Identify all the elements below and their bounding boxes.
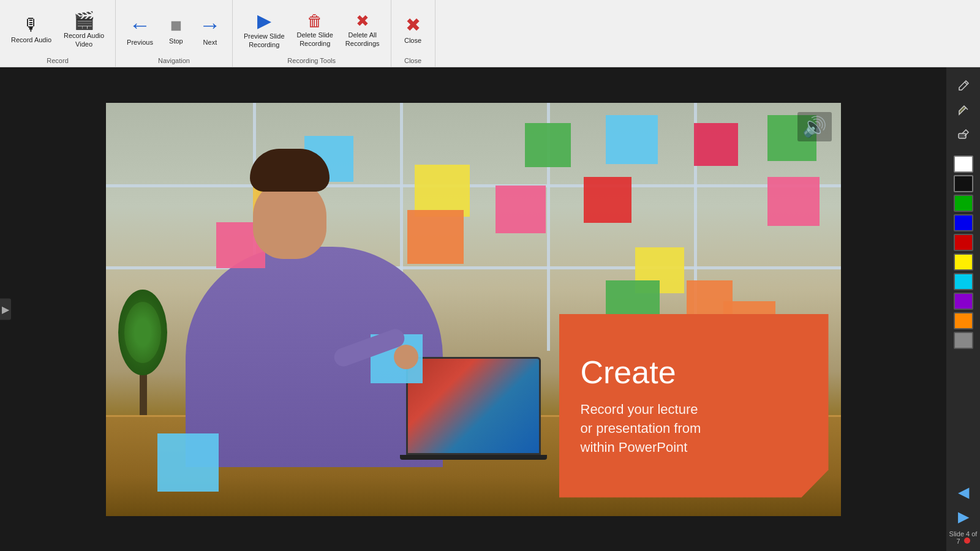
color-green-swatch[interactable] xyxy=(954,195,973,212)
sticky-note xyxy=(407,210,464,264)
toolbar-record-group: 🎙 Record Audio 🎬 Record AudioVideo Recor… xyxy=(0,0,116,67)
color-black-swatch[interactable] xyxy=(954,175,973,192)
slide-title: Create xyxy=(581,354,807,391)
slide-text-box: Create Record your lectureor presentatio… xyxy=(559,314,829,498)
next-label: Next xyxy=(203,39,217,47)
previous-label: Previous xyxy=(127,39,153,47)
color-orange-swatch[interactable] xyxy=(954,312,973,329)
close-icon: ✖ xyxy=(405,16,421,34)
pen-tool-button[interactable] xyxy=(952,75,974,97)
previous-button[interactable]: ← Previous xyxy=(121,7,159,54)
color-gray-swatch[interactable] xyxy=(954,332,973,349)
close-group-label: Close xyxy=(404,57,421,67)
toolbar: 🎙 Record Audio 🎬 Record AudioVideo Recor… xyxy=(0,0,980,67)
next-button[interactable]: → Next xyxy=(193,7,227,54)
color-red-swatch[interactable] xyxy=(954,234,973,251)
sticky-note xyxy=(496,186,546,233)
color-cyan-swatch[interactable] xyxy=(954,273,973,290)
delete-slide-button[interactable]: 🗑 Delete SlideRecording xyxy=(291,7,339,54)
speaker-icon[interactable]: 🔊 xyxy=(797,112,832,141)
delete-all-button[interactable]: ✖ Delete AllRecordings xyxy=(339,7,386,54)
record-audio-video-button[interactable]: 🎬 Record AudioVideo xyxy=(58,7,110,54)
record-audio-video-label: Record AudioVideo xyxy=(64,32,104,48)
toolbar-nav-group: ← Previous ■ Stop → Next Navigation xyxy=(116,0,233,67)
sticky-note xyxy=(415,165,470,217)
sticky-note xyxy=(606,115,658,164)
color-purple-swatch[interactable] xyxy=(954,293,973,310)
nav-group-label: Navigation xyxy=(158,57,190,67)
collapse-panel-button[interactable]: ▶ xyxy=(0,299,11,320)
delete-slide-label: Delete SlideRecording xyxy=(297,31,333,47)
preview-slide-label: Preview SlideRecording xyxy=(244,32,285,48)
stop-button[interactable]: ■ Stop xyxy=(159,7,193,54)
highlighter-tool-button[interactable] xyxy=(952,99,974,121)
slide-counter: Slide 4 of 7 xyxy=(949,530,978,545)
close-label: Close xyxy=(404,37,421,45)
stop-icon: ■ xyxy=(170,15,182,35)
toolbar-close-group: ✖ Close Close xyxy=(391,0,435,67)
slide-area: ▶ xyxy=(0,67,946,551)
preview-slide-icon: ▶ xyxy=(257,12,271,30)
next-icon: → xyxy=(199,14,221,36)
color-yellow-swatch[interactable] xyxy=(954,253,973,271)
record-video-icon: 🎬 xyxy=(74,12,95,29)
eraser-tool-button[interactable] xyxy=(952,124,974,146)
stop-label: Stop xyxy=(169,37,183,45)
record-group-label: Record xyxy=(47,57,68,67)
sticky-note xyxy=(525,123,571,167)
color-blue-swatch[interactable] xyxy=(954,214,973,231)
slide-next-button[interactable]: ▶ xyxy=(952,506,974,528)
color-white-swatch[interactable] xyxy=(954,156,973,173)
sticky-note xyxy=(694,123,738,166)
delete-slide-icon: 🗑 xyxy=(307,13,323,29)
slide-prev-button[interactable]: ◀ xyxy=(952,481,974,503)
record-audio-icon: 🎙 xyxy=(23,17,40,34)
main-area: ▶ xyxy=(0,67,980,551)
slide-container: Create Record your lectureor presentatio… xyxy=(106,103,841,516)
slide-subtitle: Record your lectureor presentation fromw… xyxy=(581,400,807,457)
record-audio-button[interactable]: 🎙 Record Audio xyxy=(5,7,58,54)
right-panel: ◀ ▶ Slide 4 of 7 xyxy=(946,67,980,551)
delete-all-icon: ✖ xyxy=(356,13,369,29)
previous-icon: ← xyxy=(129,14,151,36)
delete-all-label: Delete AllRecordings xyxy=(345,31,380,47)
record-audio-label: Record Audio xyxy=(11,36,51,44)
rectools-group-label: Recording Tools xyxy=(287,57,336,67)
laptop xyxy=(406,357,541,455)
sticky-note xyxy=(767,177,820,226)
preview-slide-button[interactable]: ▶ Preview SlideRecording xyxy=(238,7,291,54)
toolbar-rectools-group: ▶ Preview SlideRecording 🗑 Delete SlideR… xyxy=(233,0,391,67)
close-button[interactable]: ✖ Close xyxy=(396,7,430,54)
sticky-note xyxy=(584,177,631,223)
recording-indicator xyxy=(964,538,970,544)
sticky-note xyxy=(157,433,219,492)
